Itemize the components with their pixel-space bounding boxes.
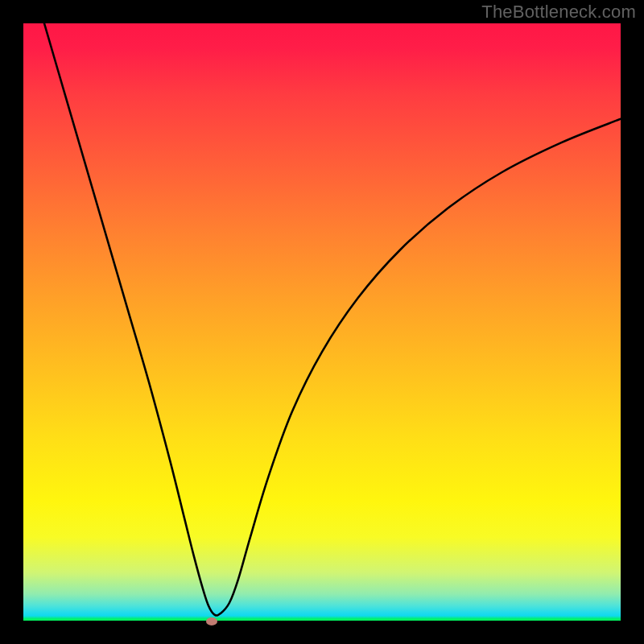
watermark-text: TheBottleneck.com <box>481 2 636 23</box>
chart-root: TheBottleneck.com <box>0 0 644 644</box>
background-gradient <box>23 23 621 621</box>
optimum-marker <box>206 617 217 625</box>
plot-area <box>23 23 621 621</box>
